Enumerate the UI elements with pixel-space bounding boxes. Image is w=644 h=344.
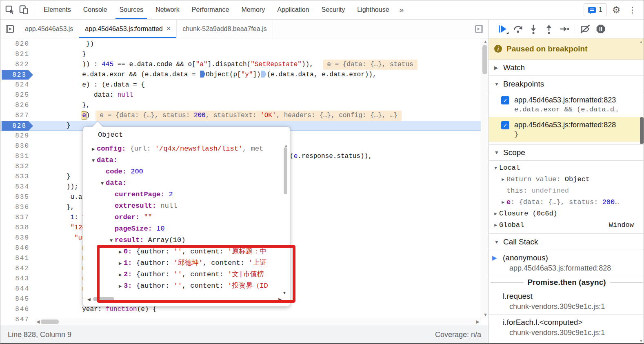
chevron-right-icon[interactable]: ▶ xyxy=(117,246,124,258)
chevron-down-icon[interactable]: ▼ xyxy=(108,235,115,246)
scope-row[interactable]: ▶e: {data: {…}, status: 200… xyxy=(489,197,644,208)
inspect-element-icon[interactable] xyxy=(3,3,17,17)
step-out-button[interactable] xyxy=(541,22,557,36)
line-number[interactable]: 834 xyxy=(0,182,35,192)
step-over-button[interactable] xyxy=(510,22,526,36)
popup-tree-row[interactable]: ▼data: xyxy=(83,155,290,166)
popup-tree-row[interactable]: ▼data: xyxy=(83,178,290,189)
scroll-right-icon[interactable]: ▶ xyxy=(476,319,480,324)
editor-horizontal-scrollbar[interactable]: ◀ ▶ xyxy=(35,318,481,325)
tab-network[interactable]: Network xyxy=(149,0,186,19)
breakpoint-badge[interactable]: 823 xyxy=(2,70,33,80)
line-number[interactable]: 840 xyxy=(0,243,35,253)
popup-tree-row[interactable]: ▶3: {author: '', content: '投资界（ID xyxy=(83,280,290,292)
line-number[interactable]: 820 xyxy=(0,39,35,49)
popup-vertical-scrollbar[interactable]: ▲ xyxy=(283,144,288,266)
more-tabs-button[interactable]: » xyxy=(395,5,408,14)
chevron-right-icon[interactable]: ▶ xyxy=(500,197,506,208)
line-number[interactable]: 836 xyxy=(0,202,35,213)
line-number[interactable]: 829 xyxy=(0,131,35,141)
call-stack-frame[interactable]: l.requestchunk-vendors.309c9e1c.js:1 xyxy=(489,289,644,315)
line-number[interactable]: 825 xyxy=(0,90,35,100)
scroll-down-icon[interactable]: ▼ xyxy=(639,339,643,343)
line-number[interactable]: 846 xyxy=(0,304,35,315)
close-icon[interactable]: × xyxy=(167,24,171,33)
sidebar-scrollbar[interactable]: ▲ ▼ xyxy=(639,38,644,344)
inline-breakpoint-marker[interactable] xyxy=(200,71,205,78)
line-number[interactable]: 822 xyxy=(0,60,35,70)
call-stack-frame[interactable]: ▶(anonymous)app.45d46a53.js:formatted:82… xyxy=(489,250,644,276)
tab-memory[interactable]: Memory xyxy=(235,0,271,19)
checkbox-checked-icon[interactable]: ✓ xyxy=(501,121,509,129)
line-number[interactable]: 839 xyxy=(0,233,35,243)
line-number[interactable]: 823 xyxy=(0,70,35,80)
tab-lighthouse[interactable]: Lighthouse xyxy=(351,0,395,19)
popup-tree-row[interactable]: ▶2: {author: '', content: '文|市值榜 xyxy=(83,269,290,280)
tab-sources[interactable]: Sources xyxy=(113,0,149,19)
resume-button[interactable] xyxy=(495,22,510,36)
file-tab[interactable]: app.45d46a53.js xyxy=(19,20,79,38)
editor-hscroll-thumb[interactable] xyxy=(41,320,59,324)
section-watch[interactable]: ▶ Watch xyxy=(489,60,644,76)
scroll-left-icon[interactable]: ◀ xyxy=(36,319,40,324)
tab-performance[interactable]: Performance xyxy=(186,0,235,19)
inline-breakpoint-marker[interactable] xyxy=(261,71,266,78)
popup-scroll-thumb[interactable] xyxy=(284,147,287,194)
line-number[interactable]: 821 xyxy=(0,49,35,60)
call-stack-frame[interactable]: i.forEach.l.<computed>chunk-vendors.309c… xyxy=(489,315,644,340)
popup-horizontal-scrollbar[interactable]: ◀ ▶ xyxy=(89,296,281,302)
scope-row[interactable]: ▶Closure (0c6d) xyxy=(489,208,644,220)
section-scope[interactable]: ▼ Scope xyxy=(489,144,644,161)
chevron-right-icon[interactable]: ▶ xyxy=(500,174,506,185)
tab-application[interactable]: Application xyxy=(271,0,315,19)
line-number[interactable]: 841 xyxy=(0,253,35,264)
editor-vertical-scrollbar[interactable]: ▲ ▼ xyxy=(481,38,489,318)
popup-tree-row[interactable]: ▶1: {author: '邱德坤', content: '上证 xyxy=(83,257,290,269)
line-number[interactable]: 845 xyxy=(0,294,35,304)
line-number[interactable]: 832 xyxy=(0,162,35,172)
section-call-stack[interactable]: ▼ Call Stack xyxy=(489,234,644,250)
line-number[interactable]: 843 xyxy=(0,274,35,284)
line-number[interactable]: 844 xyxy=(0,284,35,294)
scroll-left-icon[interactable]: ◀ xyxy=(87,297,91,302)
tab-elements[interactable]: Elements xyxy=(38,0,77,19)
file-tab[interactable]: chunk-52a9add8.beaa7fea.js xyxy=(177,20,273,38)
chevron-right-icon[interactable]: ▶ xyxy=(90,144,97,155)
line-number[interactable]: 830 xyxy=(0,141,35,151)
chevron-down-icon[interactable]: ▼ xyxy=(90,155,97,166)
show-sidebar-icon[interactable] xyxy=(470,20,489,38)
pause-on-exceptions-button[interactable] xyxy=(593,22,608,36)
line-number[interactable]: 842 xyxy=(0,264,35,274)
chevron-down-icon[interactable]: ▼ xyxy=(492,162,499,174)
deactivate-breakpoints-button[interactable] xyxy=(577,22,593,36)
chevron-right-icon[interactable]: ▶ xyxy=(117,258,124,269)
chevron-right-icon[interactable]: ▶ xyxy=(117,269,124,281)
scroll-up-icon[interactable]: ▲ xyxy=(483,39,488,44)
checkbox-checked-icon[interactable]: ✓ xyxy=(501,96,509,104)
breakpoint-entry[interactable]: ✓app.45d46a53.js:formatted:828} xyxy=(489,117,644,142)
breakpoint-badge[interactable]: 828 xyxy=(2,121,33,131)
step-button[interactable] xyxy=(557,22,572,36)
line-number[interactable]: 826 xyxy=(0,100,35,111)
line-number[interactable]: 831 xyxy=(0,151,35,162)
file-tab[interactable]: app.45d46a53.js:formatted× xyxy=(79,20,177,38)
popup-tree-row[interactable]: ▶0: {author: '', content: '原标题：中 xyxy=(83,246,290,257)
section-breakpoints[interactable]: ▼ Breakpoints xyxy=(489,76,644,92)
line-number[interactable]: 837 xyxy=(0,213,35,223)
line-number[interactable]: 824 xyxy=(0,80,35,90)
scroll-down-icon[interactable]: ▼ xyxy=(483,312,488,317)
gear-icon[interactable]: ⚙ xyxy=(609,3,623,17)
line-number[interactable]: 838 xyxy=(0,223,35,233)
scroll-right-icon[interactable]: ▶ xyxy=(278,297,282,302)
line-number[interactable]: 827 xyxy=(0,111,35,121)
popup-hscroll-thumb[interactable] xyxy=(93,297,114,301)
scroll-up-icon[interactable]: ▲ xyxy=(639,40,643,44)
console-messages-badge[interactable]: 1 xyxy=(584,3,607,16)
chevron-down-icon[interactable]: ▼ xyxy=(99,178,106,189)
kebab-menu-icon[interactable]: ⋮ xyxy=(626,3,640,17)
chevron-right-icon[interactable]: ▶ xyxy=(492,208,499,220)
tab-console[interactable]: Console xyxy=(77,0,113,19)
line-number[interactable]: 833 xyxy=(0,172,35,182)
popup-tree-row[interactable]: ▶config: {url: '/q4x/newsflash/list', me… xyxy=(83,143,290,155)
popup-tree-row[interactable]: ▼result: Array(10) xyxy=(83,235,290,246)
